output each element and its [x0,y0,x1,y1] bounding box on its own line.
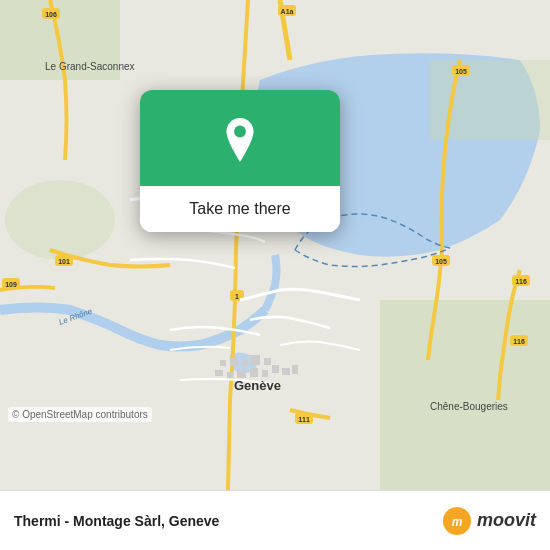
svg-rect-42 [292,365,298,374]
svg-text:Chêne-Bougeries: Chêne-Bougeries [430,401,508,412]
svg-rect-35 [215,370,223,376]
svg-rect-41 [282,368,290,375]
bottom-info: Thermi - Montage Sàrl, Geneve [14,512,442,530]
svg-rect-2 [380,300,550,490]
svg-text:Le Grand-Saconnex: Le Grand-Saconnex [45,61,135,72]
location-title: Thermi - Montage Sàrl, Geneve [14,513,219,529]
svg-text:Genève: Genève [234,378,281,393]
svg-text:105: 105 [435,258,447,265]
popup-icon-area [140,90,340,186]
svg-text:111: 111 [298,416,310,423]
svg-text:116: 116 [513,338,525,345]
bottom-bar: Thermi - Montage Sàrl, Geneve m moovit [0,490,550,550]
svg-rect-33 [250,355,260,365]
svg-point-43 [234,126,246,138]
svg-rect-39 [262,370,268,377]
map-container: A1a 106 1 105 105 116 116 101 109 1 [0,0,550,490]
svg-rect-38 [250,368,258,377]
svg-rect-40 [272,365,279,373]
svg-text:105: 105 [455,68,467,75]
svg-rect-36 [227,372,233,378]
svg-text:1: 1 [235,293,239,300]
moovit-brand-text: moovit [477,510,536,531]
svg-text:106: 106 [45,11,57,18]
location-pin-icon [218,118,262,162]
svg-text:A1a: A1a [281,8,294,15]
popup-card: Take me there [140,90,340,232]
svg-point-4 [5,180,115,260]
svg-rect-34 [264,358,271,365]
moovit-logo-icon: m [442,506,472,536]
svg-text:101: 101 [58,258,70,265]
svg-rect-32 [242,360,248,366]
svg-rect-30 [220,360,226,366]
svg-text:109: 109 [5,281,17,288]
svg-text:m: m [452,515,463,529]
copyright-text: © OpenStreetMap contributors [8,407,152,422]
svg-rect-31 [230,358,238,366]
svg-rect-37 [237,370,246,378]
take-me-there-button[interactable]: Take me there [140,186,340,232]
moovit-logo: m moovit [442,506,536,536]
svg-text:116: 116 [515,278,527,285]
